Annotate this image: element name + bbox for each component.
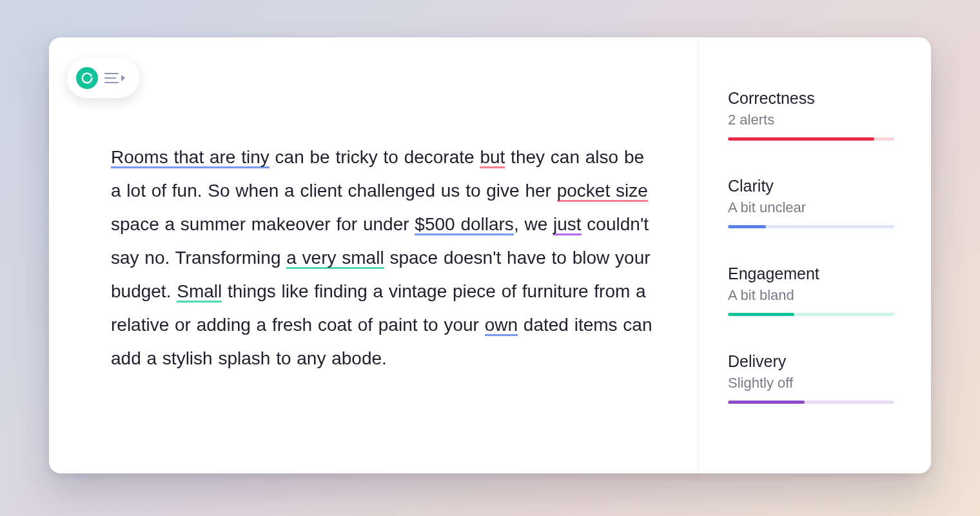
editor-card: Rooms that are tiny can be tricky to dec…: [49, 37, 931, 473]
grammarly-logo-icon[interactable]: [76, 67, 98, 89]
metric-bar: [728, 137, 894, 141]
metric-delivery[interactable]: Delivery Slightly off: [728, 352, 895, 404]
metric-bar: [728, 313, 894, 316]
metric-clarity[interactable]: Clarity A bit unclear: [728, 177, 895, 228]
text-span[interactable]: , we: [514, 214, 553, 234]
metric-title: Delivery: [728, 352, 895, 371]
toolbar-pill: [67, 58, 139, 98]
suggestion-underline-red[interactable]: pocket size: [557, 181, 648, 202]
metric-subtitle: 2 alerts: [728, 112, 895, 128]
chevron-right-icon: [121, 75, 125, 81]
metric-subtitle: A bit unclear: [728, 199, 895, 216]
metric-bar: [728, 401, 894, 404]
metric-title: Engagement: [728, 264, 895, 283]
suggestion-underline-purple[interactable]: just: [553, 214, 582, 235]
assistant-sidebar: Correctness 2 alerts Clarity A bit uncle…: [698, 37, 931, 473]
suggestion-underline-blue[interactable]: $500 dollars: [415, 214, 514, 235]
text-span[interactable]: space a summer makeover for under: [111, 214, 415, 234]
metric-subtitle: Slightly off: [728, 375, 895, 392]
suggestion-underline-blue[interactable]: own: [485, 315, 518, 336]
metric-bar: [728, 225, 894, 228]
suggestion-underline-blue[interactable]: Rooms that are tiny: [111, 147, 270, 168]
document-editor[interactable]: Rooms that are tiny can be tricky to dec…: [49, 37, 698, 473]
metric-correctness[interactable]: Correctness 2 alerts: [728, 89, 895, 141]
metric-engagement[interactable]: Engagement A bit bland: [728, 264, 895, 316]
suggestion-underline-red[interactable]: but: [480, 147, 505, 168]
text-span[interactable]: can be tricky to decorate: [270, 147, 480, 167]
metric-subtitle: A bit bland: [728, 287, 895, 304]
outline-lines-icon: [104, 73, 119, 83]
outline-toggle[interactable]: [104, 73, 125, 83]
metric-title: Correctness: [728, 89, 895, 108]
document-text[interactable]: Rooms that are tiny can be tricky to dec…: [111, 141, 659, 375]
metric-title: Clarity: [728, 177, 895, 195]
suggestion-underline-teal[interactable]: Small: [177, 281, 222, 303]
suggestion-underline-teal[interactable]: a very small: [286, 248, 384, 269]
